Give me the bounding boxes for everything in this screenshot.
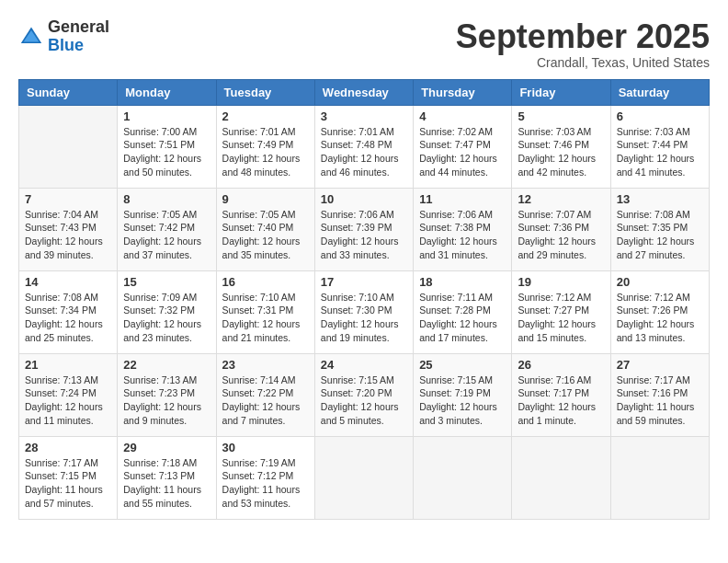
calendar-cell: 26Sunrise: 7:16 AM Sunset: 7:17 PM Dayli… xyxy=(512,353,610,436)
calendar-cell xyxy=(414,436,512,519)
weekday-header-saturday: Saturday xyxy=(610,79,709,105)
weekday-header-wednesday: Wednesday xyxy=(314,79,413,105)
day-info: Sunrise: 7:16 AM Sunset: 7:17 PM Dayligh… xyxy=(518,373,604,428)
day-info: Sunrise: 7:17 AM Sunset: 7:16 PM Dayligh… xyxy=(617,373,703,428)
calendar-cell: 22Sunrise: 7:13 AM Sunset: 7:23 PM Dayli… xyxy=(118,353,216,436)
day-info: Sunrise: 7:13 AM Sunset: 7:24 PM Dayligh… xyxy=(25,373,111,428)
calendar-cell: 25Sunrise: 7:15 AM Sunset: 7:19 PM Dayli… xyxy=(414,353,512,436)
day-info: Sunrise: 7:10 AM Sunset: 7:30 PM Dayligh… xyxy=(321,291,407,345)
day-number: 25 xyxy=(419,358,506,372)
day-info: Sunrise: 7:10 AM Sunset: 7:31 PM Dayligh… xyxy=(222,291,309,345)
day-number: 28 xyxy=(25,441,111,454)
day-info: Sunrise: 7:09 AM Sunset: 7:32 PM Dayligh… xyxy=(123,291,210,345)
calendar-cell: 5Sunrise: 7:03 AM Sunset: 7:46 PM Daylig… xyxy=(512,105,610,188)
weekday-header-monday: Monday xyxy=(118,79,216,105)
calendar-cell xyxy=(19,105,118,188)
logo-general-text: General xyxy=(48,18,109,37)
calendar-cell: 7Sunrise: 7:04 AM Sunset: 7:43 PM Daylig… xyxy=(19,188,118,270)
weekday-header-sunday: Sunday xyxy=(19,79,118,105)
day-number: 1 xyxy=(123,109,210,123)
calendar-cell: 12Sunrise: 7:07 AM Sunset: 7:36 PM Dayli… xyxy=(512,188,610,270)
calendar-week-5: 28Sunrise: 7:17 AM Sunset: 7:15 PM Dayli… xyxy=(19,436,710,519)
day-number: 26 xyxy=(518,358,604,372)
day-info: Sunrise: 7:04 AM Sunset: 7:43 PM Dayligh… xyxy=(25,208,111,262)
calendar-cell xyxy=(314,436,413,519)
day-number: 20 xyxy=(617,275,703,289)
calendar-cell: 13Sunrise: 7:08 AM Sunset: 7:35 PM Dayli… xyxy=(610,188,709,270)
calendar-week-3: 14Sunrise: 7:08 AM Sunset: 7:34 PM Dayli… xyxy=(19,270,710,353)
day-info: Sunrise: 7:07 AM Sunset: 7:36 PM Dayligh… xyxy=(518,208,604,262)
day-number: 6 xyxy=(617,109,703,123)
day-info: Sunrise: 7:12 AM Sunset: 7:27 PM Dayligh… xyxy=(518,291,604,345)
calendar-cell: 3Sunrise: 7:01 AM Sunset: 7:48 PM Daylig… xyxy=(314,105,413,188)
location-text: Crandall, Texas, United States xyxy=(456,55,710,70)
day-number: 13 xyxy=(617,192,703,206)
day-info: Sunrise: 7:05 AM Sunset: 7:42 PM Dayligh… xyxy=(123,208,210,262)
day-number: 18 xyxy=(419,275,506,289)
day-number: 22 xyxy=(123,358,210,372)
day-info: Sunrise: 7:01 AM Sunset: 7:48 PM Dayligh… xyxy=(321,125,407,179)
day-number: 17 xyxy=(321,275,407,289)
calendar-cell: 15Sunrise: 7:09 AM Sunset: 7:32 PM Dayli… xyxy=(118,270,216,353)
calendar-cell: 8Sunrise: 7:05 AM Sunset: 7:42 PM Daylig… xyxy=(118,188,216,270)
weekday-header-tuesday: Tuesday xyxy=(216,79,314,105)
day-info: Sunrise: 7:08 AM Sunset: 7:35 PM Dayligh… xyxy=(617,208,703,262)
weekday-header-row: SundayMondayTuesdayWednesdayThursdayFrid… xyxy=(19,79,710,105)
day-number: 16 xyxy=(222,275,309,289)
calendar-week-4: 21Sunrise: 7:13 AM Sunset: 7:24 PM Dayli… xyxy=(19,353,710,436)
calendar-cell: 10Sunrise: 7:06 AM Sunset: 7:39 PM Dayli… xyxy=(314,188,413,270)
day-info: Sunrise: 7:15 AM Sunset: 7:20 PM Dayligh… xyxy=(321,373,407,428)
calendar-cell: 24Sunrise: 7:15 AM Sunset: 7:20 PM Dayli… xyxy=(314,353,413,436)
day-info: Sunrise: 7:13 AM Sunset: 7:23 PM Dayligh… xyxy=(123,373,210,428)
calendar-cell: 20Sunrise: 7:12 AM Sunset: 7:26 PM Dayli… xyxy=(610,270,709,353)
calendar-cell: 2Sunrise: 7:01 AM Sunset: 7:49 PM Daylig… xyxy=(216,105,314,188)
calendar-cell: 1Sunrise: 7:00 AM Sunset: 7:51 PM Daylig… xyxy=(118,105,216,188)
day-info: Sunrise: 7:17 AM Sunset: 7:15 PM Dayligh… xyxy=(25,456,111,511)
day-number: 12 xyxy=(518,192,604,206)
day-info: Sunrise: 7:03 AM Sunset: 7:46 PM Dayligh… xyxy=(518,125,604,179)
day-number: 3 xyxy=(321,109,407,123)
calendar-cell: 17Sunrise: 7:10 AM Sunset: 7:30 PM Dayli… xyxy=(314,270,413,353)
day-info: Sunrise: 7:08 AM Sunset: 7:34 PM Dayligh… xyxy=(25,291,111,345)
calendar-cell: 4Sunrise: 7:02 AM Sunset: 7:47 PM Daylig… xyxy=(414,105,512,188)
day-number: 5 xyxy=(518,109,604,123)
logo-icon xyxy=(18,24,44,50)
day-number: 7 xyxy=(25,192,111,206)
calendar-cell: 9Sunrise: 7:05 AM Sunset: 7:40 PM Daylig… xyxy=(216,188,314,270)
calendar-week-2: 7Sunrise: 7:04 AM Sunset: 7:43 PM Daylig… xyxy=(19,188,710,270)
day-info: Sunrise: 7:01 AM Sunset: 7:49 PM Dayligh… xyxy=(222,125,309,179)
day-info: Sunrise: 7:19 AM Sunset: 7:12 PM Dayligh… xyxy=(222,456,309,511)
day-info: Sunrise: 7:11 AM Sunset: 7:28 PM Dayligh… xyxy=(419,291,506,345)
day-info: Sunrise: 7:15 AM Sunset: 7:19 PM Dayligh… xyxy=(419,373,506,428)
day-number: 8 xyxy=(123,192,210,206)
day-info: Sunrise: 7:12 AM Sunset: 7:26 PM Dayligh… xyxy=(617,291,703,345)
logo: General Blue xyxy=(18,18,109,55)
calendar-cell: 23Sunrise: 7:14 AM Sunset: 7:22 PM Dayli… xyxy=(216,353,314,436)
weekday-header-thursday: Thursday xyxy=(414,79,512,105)
calendar-cell: 6Sunrise: 7:03 AM Sunset: 7:44 PM Daylig… xyxy=(610,105,709,188)
weekday-header-friday: Friday xyxy=(512,79,610,105)
calendar-cell: 11Sunrise: 7:06 AM Sunset: 7:38 PM Dayli… xyxy=(414,188,512,270)
day-info: Sunrise: 7:02 AM Sunset: 7:47 PM Dayligh… xyxy=(419,125,506,179)
day-info: Sunrise: 7:06 AM Sunset: 7:39 PM Dayligh… xyxy=(321,208,407,262)
day-info: Sunrise: 7:18 AM Sunset: 7:13 PM Dayligh… xyxy=(123,456,210,511)
calendar-cell: 30Sunrise: 7:19 AM Sunset: 7:12 PM Dayli… xyxy=(216,436,314,519)
day-number: 23 xyxy=(222,358,309,372)
month-title: September 2025 xyxy=(456,18,710,55)
calendar-cell: 28Sunrise: 7:17 AM Sunset: 7:15 PM Dayli… xyxy=(19,436,118,519)
calendar-cell: 18Sunrise: 7:11 AM Sunset: 7:28 PM Dayli… xyxy=(414,270,512,353)
day-number: 4 xyxy=(419,109,506,123)
day-number: 15 xyxy=(123,275,210,289)
day-info: Sunrise: 7:14 AM Sunset: 7:22 PM Dayligh… xyxy=(222,373,309,428)
day-number: 30 xyxy=(222,441,309,454)
logo-blue-text: Blue xyxy=(48,37,109,55)
calendar-week-1: 1Sunrise: 7:00 AM Sunset: 7:51 PM Daylig… xyxy=(19,105,710,188)
day-info: Sunrise: 7:03 AM Sunset: 7:44 PM Dayligh… xyxy=(617,125,703,179)
day-number: 2 xyxy=(222,109,309,123)
calendar-cell xyxy=(610,436,709,519)
calendar-cell: 29Sunrise: 7:18 AM Sunset: 7:13 PM Dayli… xyxy=(118,436,216,519)
day-number: 27 xyxy=(617,358,703,372)
calendar-cell: 14Sunrise: 7:08 AM Sunset: 7:34 PM Dayli… xyxy=(19,270,118,353)
day-info: Sunrise: 7:00 AM Sunset: 7:51 PM Dayligh… xyxy=(123,125,210,179)
day-number: 11 xyxy=(419,192,506,206)
